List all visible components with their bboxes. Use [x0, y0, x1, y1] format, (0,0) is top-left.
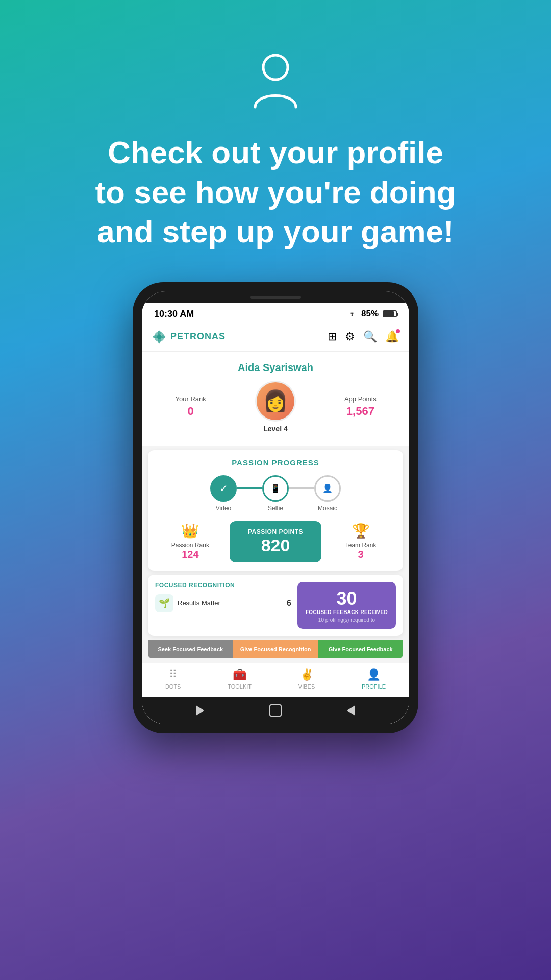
step-video: ✓ Video: [210, 475, 237, 512]
petronas-flower-icon: [152, 330, 166, 344]
bell-icon[interactable]: 🔔: [385, 330, 399, 344]
passion-rank-icon: 👑: [156, 523, 224, 540]
feedback-sub: 10 profiling(s) required to: [306, 617, 388, 623]
passion-rank-value: 124: [156, 549, 224, 560]
your-rank-value: 0: [152, 405, 229, 418]
step-selfie: 📱 Selfie: [262, 475, 289, 512]
step-circle-mosaic: 👤: [314, 475, 341, 502]
passion-title: PASSION PROGRESS: [156, 458, 395, 467]
wifi-icon: [347, 309, 357, 320]
focused-left: FOCUSED RECOGNITION 🌱 Results Matter 6: [155, 582, 291, 629]
step-line-1: [237, 487, 262, 489]
progress-steps: ✓ Video 📱 Selfie 👤 Mosaic: [156, 475, 395, 512]
search-icon[interactable]: 🔍: [363, 330, 377, 344]
step-mosaic: 👤 Mosaic: [314, 475, 341, 512]
gear-icon[interactable]: ⚙: [345, 330, 355, 344]
step-line-2: [289, 487, 314, 489]
person-icon: [245, 51, 306, 112]
nav-toolkit[interactable]: 🧰 TOOLKIT: [228, 668, 252, 690]
profile-nav-icon: 👤: [367, 668, 381, 681]
recent-button[interactable]: [343, 703, 359, 718]
profile-nav-label: PROFILE: [362, 683, 386, 690]
home-button[interactable]: [268, 703, 283, 718]
vibes-nav-label: VIBES: [298, 683, 315, 690]
team-rank-block: 🏆 Team Rank 3: [327, 523, 395, 560]
results-matter-row: 🌱 Results Matter 6: [155, 594, 291, 612]
svg-point-0: [263, 55, 288, 80]
header-icons: ⊞ ⚙ 🔍 🔔: [328, 330, 399, 344]
hero-section: Check out your profile to see how you're…: [0, 0, 551, 282]
passion-points-box: PASSION POINTS 820: [230, 521, 322, 562]
avatar-image: 👩: [263, 389, 288, 413]
passion-points-value: 820: [235, 535, 317, 555]
give-focused-feedback-tab[interactable]: Give Focused Feedback: [318, 640, 403, 658]
step-label-mosaic: Mosaic: [318, 505, 337, 512]
team-rank-icon: 🏆: [327, 523, 395, 540]
level-label: Level 4: [263, 425, 287, 433]
focused-inner: FOCUSED RECOGNITION 🌱 Results Matter 6 3…: [155, 582, 396, 629]
step-label-video: Video: [216, 505, 231, 512]
step-circle-selfie: 📱: [262, 475, 289, 502]
battery-percent: 85%: [361, 309, 379, 319]
points-row: 👑 Passion Rank 124 PASSION POINTS 820 🏆 …: [156, 521, 395, 562]
app-header: PETRONAS ⊞ ⚙ 🔍 🔔: [142, 323, 409, 352]
feedback-number: 30: [306, 588, 388, 609]
profile-section: Aida Syariswah Your Rank 0 👩 Level 4 App…: [142, 352, 409, 446]
give-focused-recognition-tab[interactable]: Give Focused Recognition: [233, 640, 318, 658]
focused-recognition-section: FOCUSED RECOGNITION 🌱 Results Matter 6 3…: [148, 575, 403, 636]
app-points-block: App Points 1,567: [322, 395, 399, 418]
battery-icon: [383, 310, 397, 317]
profile-name: Aida Syariswah: [152, 362, 399, 374]
toolkit-nav-label: TOOLKIT: [228, 683, 252, 690]
team-rank-value: 3: [327, 549, 395, 560]
passion-rank-block: 👑 Passion Rank 124: [156, 523, 224, 560]
results-matter-icon: 🌱: [155, 594, 173, 612]
passion-rank-label: Passion Rank: [156, 542, 224, 549]
your-rank-label: Your Rank: [152, 395, 229, 403]
dots-nav-icon: ⠿: [169, 668, 177, 681]
svg-point-1: [352, 315, 353, 316]
seek-focused-feedback-tab[interactable]: Seek Focused Feedback: [148, 640, 233, 658]
focused-feedback-box: 30 FOCUSED FEEBACK RECEIVED 10 profiling…: [297, 582, 396, 629]
phone-mockup: 10:30 AM 85%: [133, 282, 418, 733]
phone-notch: [142, 291, 409, 303]
step-label-selfie: Selfie: [268, 505, 283, 512]
phone-nav: [142, 697, 409, 724]
qr-icon[interactable]: ⊞: [328, 330, 337, 344]
your-rank-block: Your Rank 0: [152, 395, 229, 418]
team-rank-label: Team Rank: [327, 542, 395, 549]
dots-nav-label: DOTS: [165, 683, 181, 690]
action-tabs: Seek Focused Feedback Give Focused Recog…: [148, 640, 403, 658]
passion-points-label: PASSION POINTS: [235, 528, 317, 535]
logo-text: PETRONAS: [170, 331, 226, 342]
results-matter-count: 6: [287, 599, 291, 608]
app-points-value: 1,567: [322, 405, 399, 418]
avatar-container: 👩 Level 4: [229, 381, 322, 433]
status-bar: 10:30 AM 85%: [142, 303, 409, 323]
focused-recognition-title: FOCUSED RECOGNITION: [155, 582, 291, 589]
nav-vibes[interactable]: ✌ VIBES: [298, 668, 315, 690]
status-time: 10:30 AM: [154, 309, 194, 320]
profile-stats: Your Rank 0 👩 Level 4 App Points 1,567: [152, 381, 399, 433]
feedback-label: FOCUSED FEEBACK RECEIVED: [306, 609, 388, 615]
nav-bar: ⠿ DOTS 🧰 TOOLKIT ✌ VIBES 👤 PROFILE: [142, 663, 409, 697]
avatar: 👩: [255, 381, 296, 422]
step-circle-video: ✓: [210, 475, 237, 502]
passion-section: PASSION PROGRESS ✓ Video 📱 Selfie 👤 Mos: [148, 450, 403, 571]
toolkit-nav-icon: 🧰: [233, 668, 246, 681]
vibes-nav-icon: ✌: [300, 668, 314, 681]
petronas-logo: PETRONAS: [152, 330, 226, 344]
nav-profile[interactable]: 👤 PROFILE: [362, 668, 386, 690]
back-button[interactable]: [192, 703, 208, 718]
results-matter-label: Results Matter: [178, 599, 283, 607]
hero-text: Check out your profile to see how you're…: [54, 133, 496, 252]
app-points-label: App Points: [322, 395, 399, 403]
nav-dots[interactable]: ⠿ DOTS: [165, 668, 181, 690]
